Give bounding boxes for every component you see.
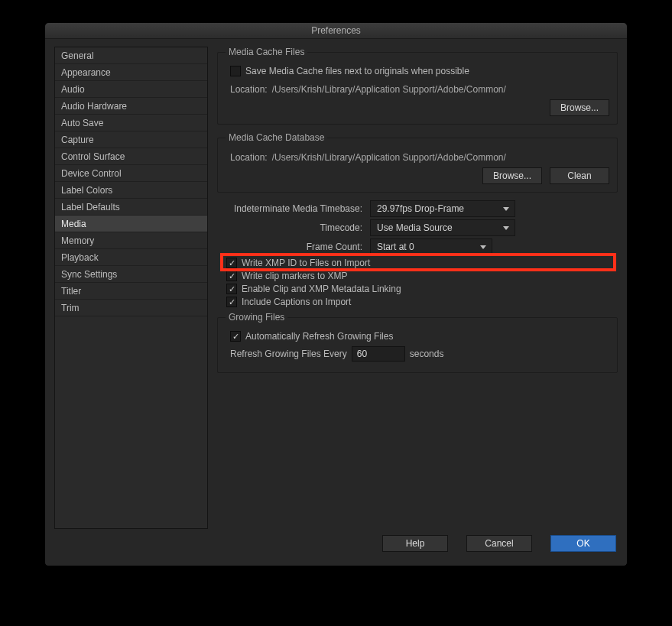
input-refresh-seconds[interactable] — [352, 346, 405, 362]
mcf-browse-button[interactable]: Browse... — [550, 99, 609, 116]
row-include-captions[interactable]: Include Captions on Import — [226, 297, 618, 307]
cancel-button[interactable]: Cancel — [466, 535, 532, 552]
sidebar-item-general[interactable]: General — [55, 47, 207, 64]
row-enable-metadata-linking[interactable]: Enable Clip and XMP Metadata Linking — [226, 284, 618, 294]
mcd-location-path: /Users/Krish/Library/Application Support… — [272, 152, 506, 163]
sidebar-item-device-control[interactable]: Device Control — [55, 165, 207, 182]
sidebar-item-control-surface[interactable]: Control Surface — [55, 148, 207, 165]
legend-growing-files: Growing Files — [226, 312, 287, 323]
help-button[interactable]: Help — [382, 535, 448, 552]
sidebar-item-capture[interactable]: Capture — [55, 131, 207, 148]
label-enable-metadata-linking: Enable Clip and XMP Metadata Linking — [242, 284, 401, 294]
checkbox-include-captions[interactable] — [226, 297, 237, 307]
checkboxes-block: Write XMP ID to Files on Import Write cl… — [226, 258, 618, 307]
select-timebase[interactable]: 29.97fps Drop-Frame — [370, 200, 515, 217]
row-timecode: Timecode: Use Media Source — [217, 219, 618, 236]
ok-button[interactable]: OK — [550, 535, 616, 552]
sidebar-item-label-defaults[interactable]: Label Defaults — [55, 199, 207, 216]
label-write-xmp-id: Write XMP ID to Files on Import — [242, 258, 370, 268]
dialog-title: Preferences — [311, 25, 361, 36]
checkbox-write-xmp-id[interactable] — [226, 258, 237, 268]
sidebar-item-titler[interactable]: Titler — [55, 283, 207, 300]
row-auto-refresh-growing[interactable]: Automatically Refresh Growing Files — [230, 331, 609, 342]
content-pane: Media Cache Files Save Media Cache files… — [217, 47, 618, 529]
legend-media-cache-files: Media Cache Files — [226, 47, 307, 57]
mcd-location-label: Location: — [230, 152, 268, 163]
legend-media-cache-database: Media Cache Database — [226, 132, 327, 143]
checkbox-enable-metadata-linking[interactable] — [226, 284, 237, 294]
dialog-body: GeneralAppearanceAudioAudio HardwareAuto… — [45, 39, 627, 529]
sidebar-item-appearance[interactable]: Appearance — [55, 64, 207, 81]
select-timecode[interactable]: Use Media Source — [370, 219, 515, 236]
sidebar-item-memory[interactable]: Memory — [55, 232, 207, 249]
row-framecount: Frame Count: Start at 0 — [217, 238, 618, 255]
label-refresh-every: Refresh Growing Files Every — [230, 349, 347, 359]
sidebar: GeneralAppearanceAudioAudio HardwareAuto… — [54, 47, 208, 529]
group-media-cache-files: Media Cache Files Save Media Cache files… — [217, 47, 618, 125]
sidebar-item-trim[interactable]: Trim — [55, 300, 207, 316]
checkbox-save-next-to-originals[interactable] — [230, 66, 241, 76]
label-seconds: seconds — [410, 349, 444, 359]
row-timebase: Indeterminate Media Timebase: 29.97fps D… — [217, 200, 618, 217]
dialog-footer: Help Cancel OK — [45, 529, 627, 566]
sidebar-item-playback[interactable]: Playback — [55, 249, 207, 266]
label-timecode: Timecode: — [217, 222, 370, 233]
group-growing-files: Growing Files Automatically Refresh Grow… — [217, 312, 618, 373]
row-write-xmp-id[interactable]: Write XMP ID to Files on Import — [226, 258, 618, 268]
select-framecount[interactable]: Start at 0 — [370, 238, 492, 255]
mcd-clean-button[interactable]: Clean — [550, 167, 609, 184]
mcf-location-path: /Users/Krish/Library/Application Support… — [272, 84, 506, 95]
label-framecount: Frame Count: — [217, 242, 370, 252]
label-include-captions: Include Captions on Import — [242, 297, 351, 307]
sidebar-item-audio-hardware[interactable]: Audio Hardware — [55, 98, 207, 115]
sidebar-item-auto-save[interactable]: Auto Save — [55, 115, 207, 131]
row-write-clip-markers[interactable]: Write clip markers to XMP — [226, 271, 618, 281]
label-timebase: Indeterminate Media Timebase: — [217, 203, 370, 214]
checkbox-write-clip-markers[interactable] — [226, 271, 237, 281]
save-next-to-originals-label: Save Media Cache files next to originals… — [245, 66, 469, 76]
titlebar: Preferences — [45, 23, 627, 39]
checkbox-auto-refresh-growing[interactable] — [230, 331, 241, 342]
mcf-location-label: Location: — [230, 84, 268, 95]
sidebar-item-label-colors[interactable]: Label Colors — [55, 182, 207, 199]
label-write-clip-markers: Write clip markers to XMP — [242, 271, 347, 281]
mcd-browse-button[interactable]: Browse... — [482, 167, 542, 184]
save-next-to-originals-row[interactable]: Save Media Cache files next to originals… — [230, 66, 609, 76]
sidebar-item-audio[interactable]: Audio — [55, 81, 207, 98]
preferences-dialog: Preferences GeneralAppearanceAudioAudio … — [44, 22, 628, 566]
sidebar-item-media[interactable]: Media — [55, 216, 207, 232]
label-auto-refresh-growing: Automatically Refresh Growing Files — [245, 331, 393, 342]
group-media-cache-database: Media Cache Database Location: /Users/Kr… — [217, 132, 618, 193]
sidebar-item-sync-settings[interactable]: Sync Settings — [55, 266, 207, 283]
